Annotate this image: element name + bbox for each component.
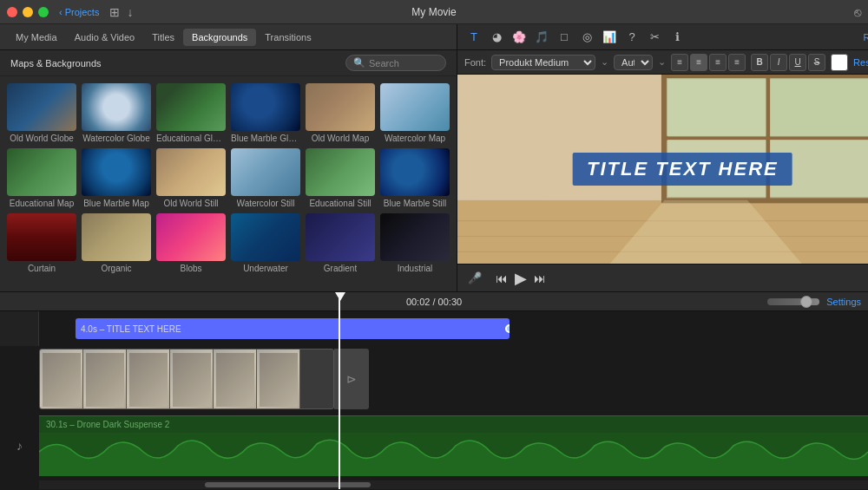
playhead-line (339, 292, 340, 489)
grid-item[interactable]: Curtain (7, 213, 76, 273)
grid-item[interactable]: Watercolor Still (231, 148, 300, 208)
underline-btn[interactable]: U (789, 54, 806, 71)
grid-item[interactable]: Industrial (380, 213, 450, 273)
filter-tool-btn[interactable]: 🌸 (510, 28, 529, 47)
font-toolbar: Font: Produkt Medium ⌄ Auto ⌄ ≡ ≡ ≡ ≡ B … (457, 50, 868, 75)
grid-item[interactable]: Old World Still (156, 148, 226, 208)
maximize-button[interactable] (38, 7, 49, 17)
thumbnail-label: Educational Map (10, 199, 75, 208)
thumbnail-label: Watercolor Map (385, 134, 445, 143)
film-frame-5 (214, 350, 257, 409)
color-swatch[interactable] (831, 54, 848, 71)
grid-item[interactable]: Underwater (231, 213, 300, 273)
grid-item[interactable]: Gradient (306, 213, 375, 273)
search-input[interactable] (369, 58, 438, 69)
section-title: Maps & Backgrounds (10, 58, 102, 69)
align-center-btn[interactable]: ≡ (690, 54, 707, 71)
align-buttons: ≡ ≡ ≡ ≡ (671, 54, 746, 71)
music-note-icon: ♪ (16, 439, 23, 453)
close-button[interactable] (7, 7, 17, 17)
strikethrough-btn[interactable]: S (808, 54, 825, 71)
thumbnail-label: Organic (101, 264, 131, 273)
timeline-scrollbar[interactable] (39, 480, 868, 489)
title-clip-label: 4.0s – TITLE TEXT HERE (81, 324, 181, 334)
settings-button[interactable]: Settings (826, 297, 861, 307)
tab-backgrounds[interactable]: Backgrounds (183, 29, 256, 46)
reset-all-button[interactable]: Reset All (863, 32, 868, 42)
video-strip[interactable] (39, 349, 334, 409)
title-clip[interactable]: 4.0s – TITLE TEXT HERE (76, 318, 510, 339)
titlebar-right: ⎋ (854, 5, 861, 19)
grid-item[interactable]: Old World Map (306, 83, 375, 143)
thumbnail-label: Blue Marble Map (83, 199, 149, 208)
share-icon[interactable]: ⎋ (854, 5, 861, 19)
main-area: My Media Audio & Video Titles Background… (0, 24, 868, 292)
back-button[interactable]: ‹ Projects (59, 7, 99, 17)
grid-item[interactable]: Organic (82, 213, 151, 273)
clip-tool-btn[interactable]: ✂ (645, 28, 664, 47)
video-tool-btn[interactable]: □ (555, 28, 574, 47)
scrollbar-thumb[interactable] (205, 482, 371, 487)
font-select[interactable]: Produkt Medium (491, 55, 595, 70)
time-display: 00:02 / 00:30 (406, 297, 462, 307)
audio-waveform[interactable]: 30.1s – Drone Dark Suspense 2 (39, 415, 868, 476)
minimize-button[interactable] (23, 7, 33, 17)
grid-item[interactable]: Educational Still (306, 148, 375, 208)
audio-tool-btn[interactable]: 🎵 (532, 28, 551, 47)
grid-view-icon[interactable]: ⊞ (109, 5, 120, 19)
microphone-icon[interactable]: 🎤 (468, 271, 482, 284)
thumbnail (306, 213, 375, 261)
align-justify-btn[interactable]: ≡ (728, 54, 746, 71)
thumbnail-label: Educational Globe (156, 134, 226, 143)
grid-item[interactable]: Watercolor Map (380, 83, 450, 143)
thumbnail (380, 213, 450, 261)
section-header: Maps & Backgrounds 🔍 (0, 50, 457, 76)
search-box[interactable]: 🔍 (345, 55, 446, 71)
title-text-overlay: TITLE TEXT HERE (573, 153, 792, 186)
bold-btn[interactable]: B (751, 54, 768, 71)
left-panel: My Media Audio & Video Titles Background… (0, 24, 457, 291)
search-icon: 🔍 (353, 57, 365, 69)
video-preview: TITLE TEXT HERE (457, 75, 868, 264)
info-tool-btn[interactable]: ℹ (667, 28, 687, 47)
style-tool-btn[interactable]: ◕ (487, 28, 506, 47)
grid-item[interactable]: Educational Map (7, 148, 76, 208)
thumbnail (7, 148, 76, 196)
align-right-btn[interactable]: ≡ (709, 54, 727, 71)
grid-item[interactable]: Blue Marble Still (380, 148, 450, 208)
tab-bar: My Media Audio & Video Titles Background… (0, 24, 457, 50)
play-button[interactable]: ▶ (515, 269, 527, 288)
text-tool-btn[interactable]: T (464, 28, 483, 47)
thumbnail (231, 83, 300, 131)
thumbnail-label: Blobs (180, 264, 201, 273)
align-left-btn[interactable]: ≡ (671, 54, 688, 71)
tab-titles[interactable]: Titles (143, 29, 183, 46)
film-frame-6 (257, 350, 300, 409)
grid-item[interactable]: Old World Globe (7, 83, 76, 143)
thumbnail (231, 213, 300, 261)
speed-tool-btn[interactable]: ◎ (577, 28, 596, 47)
skip-forward-btn[interactable]: ⏭ (534, 271, 546, 285)
import-icon[interactable]: ↓ (127, 5, 133, 19)
tab-audio-video[interactable]: Audio & Video (66, 29, 144, 46)
transform-tool-btn[interactable]: ? (622, 28, 641, 47)
grid-item[interactable]: Blue Marble Map (82, 148, 151, 208)
skip-back-btn[interactable]: ⏮ (496, 271, 508, 285)
chart-tool-btn[interactable]: 📊 (600, 28, 619, 47)
thumbnail-label: Gradient (324, 264, 357, 273)
style-buttons: B I U S (751, 54, 825, 71)
tab-transitions[interactable]: Transitions (256, 29, 319, 46)
tab-my-media[interactable]: My Media (7, 29, 66, 46)
grid-item[interactable]: Blobs (156, 213, 226, 273)
thumbnail (82, 148, 151, 196)
title-clip-area: 4.0s – TITLE TEXT HERE (39, 311, 868, 346)
grid-item[interactable]: Blue Marble Globe (231, 83, 300, 143)
grid-item[interactable]: Educational Globe (156, 83, 226, 143)
grid-item[interactable]: Watercolor Globe (82, 83, 151, 143)
zoom-slider[interactable] (767, 298, 819, 305)
italic-btn[interactable]: I (770, 54, 787, 71)
media-grid: Old World GlobeWatercolor GlobeEducation… (0, 76, 457, 291)
reset-button[interactable]: Reset (853, 57, 868, 68)
clip-handle[interactable] (505, 324, 510, 333)
size-select[interactable]: Auto (614, 55, 653, 70)
